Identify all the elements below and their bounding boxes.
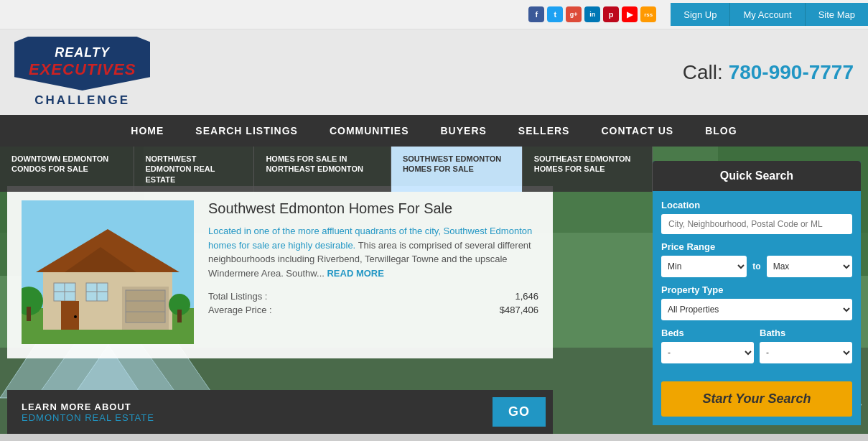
listing-description: Located in one of the more affluent quad… [208,224,538,280]
stat-row-price: Average Price : $487,406 [208,305,538,315]
google-plus-icon[interactable]: g+ [566,6,582,22]
location-input[interactable] [661,214,852,234]
property-type-label: Property Type [661,284,852,295]
sub-navigation: DOWNTOWN EDMONTON CONDOS FOR SALE NORTHW… [0,147,653,192]
baths-select[interactable]: - [760,342,852,363]
quick-search-body: Location Price Range Min to Max Property… [653,191,861,425]
subnav-southeast[interactable]: SOUTHEAST EDMONTON HOMES FOR SALE [523,147,653,192]
beds-baths-row: Beds - Baths - [661,328,852,371]
phone-number[interactable]: 780-990-7777 [729,61,854,83]
listing-info: Southwest Edmonton Homes For Sale Locate… [208,200,538,344]
total-listings-value: 1,646 [515,291,538,302]
listing-card: Southwest Edmonton Homes For Sale Locate… [7,186,553,358]
youtube-icon[interactable]: ▶ [622,6,638,22]
nav-communities[interactable]: COMMUNITIES [314,115,425,147]
read-more-link[interactable]: READ MORE [327,268,383,279]
rss-icon[interactable]: rss [640,6,656,22]
header: REALTY EXECUTIVES CHALLENGE Call: 780-99… [0,29,868,115]
svg-rect-28 [61,301,79,330]
top-links: Sign Up My Account Site Map [671,3,868,26]
property-type-select[interactable]: All Properties [661,299,852,320]
search-button[interactable]: Start Your Search [661,381,852,417]
call-info: Call: 780-990-7777 [683,61,854,84]
main-nav: HOME SEARCH LISTINGS COMMUNITIES BUYERS … [0,115,868,147]
subnav-northeast[interactable]: HOMES FOR SALE IN NORTHEAST EDMONTON [254,147,391,192]
nav-home[interactable]: HOME [115,115,179,147]
twitter-icon[interactable]: t [547,6,563,22]
svg-rect-31 [27,307,31,321]
top-bar: f t g+ in p ▶ rss Sign Up My Account Sit… [0,0,868,29]
avg-price-value: $487,406 [500,305,538,315]
beds-section: Beds - [661,328,754,371]
baths-label: Baths [760,328,852,338]
logo-challenge-text: CHALLENGE [34,93,130,108]
subnav-southwest[interactable]: SOUTHWEST EDMONTON HOMES FOR SALE [391,147,523,192]
beds-select[interactable]: - [661,342,754,363]
site-map-link[interactable]: Site Map [806,3,868,26]
avg-price-label: Average Price : [208,305,272,315]
nav-sellers[interactable]: SELLERS [503,115,586,147]
location-label: Location [661,200,852,210]
quick-search-title: Quick Search [653,161,861,191]
price-range-label: Price Range [661,241,852,252]
sign-up-link[interactable]: Sign Up [671,3,730,26]
price-range-row: Min to Max [661,256,852,277]
quick-search-panel: Quick Search Location Price Range Min to… [653,161,861,425]
call-label: Call: [683,61,723,83]
social-icons: f t g+ in p ▶ rss [528,6,656,22]
price-max-select[interactable]: Max [767,256,852,277]
logo-shield: REALTY EXECUTIVES [14,37,150,90]
stat-row-listings: Total Listings : 1,646 [208,291,538,302]
cta-line1: LEARN MORE ABOUT [22,401,154,412]
cta-bar: LEARN MORE ABOUT EDMONTON REAL ESTATE GO [7,390,553,434]
hero-section: DOWNTOWN EDMONTON CONDOS FOR SALE NORTHW… [0,147,868,434]
logo-executives-text: EXECUTIVES [29,60,136,79]
listing-title: Southwest Edmonton Homes For Sale [208,200,538,217]
svg-rect-19 [126,290,165,322]
nav-blog[interactable]: BLOG [689,115,752,147]
cta-text: LEARN MORE ABOUT EDMONTON REAL ESTATE [22,401,154,423]
logo-realty-text: REALTY [29,45,136,60]
beds-label: Beds [661,328,754,338]
listing-stats: Total Listings : 1,646 Average Price : $… [208,291,538,315]
subnav-northwest[interactable]: NORTHWEST EDMONTON REAL ESTATE [134,147,255,192]
nav-buyers[interactable]: BUYERS [425,115,503,147]
logo[interactable]: REALTY EXECUTIVES CHALLENGE [14,37,150,108]
facebook-icon[interactable]: f [528,6,544,22]
total-listings-label: Total Listings : [208,291,267,302]
listing-image [22,200,194,344]
pinterest-icon[interactable]: p [603,6,619,22]
go-button[interactable]: GO [493,397,546,427]
price-to-label: to [752,261,760,271]
my-account-link[interactable]: My Account [730,3,805,26]
svg-point-29 [74,315,77,318]
linkedin-icon[interactable]: in [584,6,600,22]
baths-section: Baths - [760,328,852,371]
nav-search-listings[interactable]: SEARCH LISTINGS [179,115,314,147]
nav-contact[interactable]: CONTACT US [585,115,689,147]
cta-line2: EDMONTON REAL ESTATE [22,412,154,423]
price-min-select[interactable]: Min [661,256,747,277]
svg-rect-33 [177,310,182,322]
subnav-downtown[interactable]: DOWNTOWN EDMONTON CONDOS FOR SALE [0,147,134,192]
